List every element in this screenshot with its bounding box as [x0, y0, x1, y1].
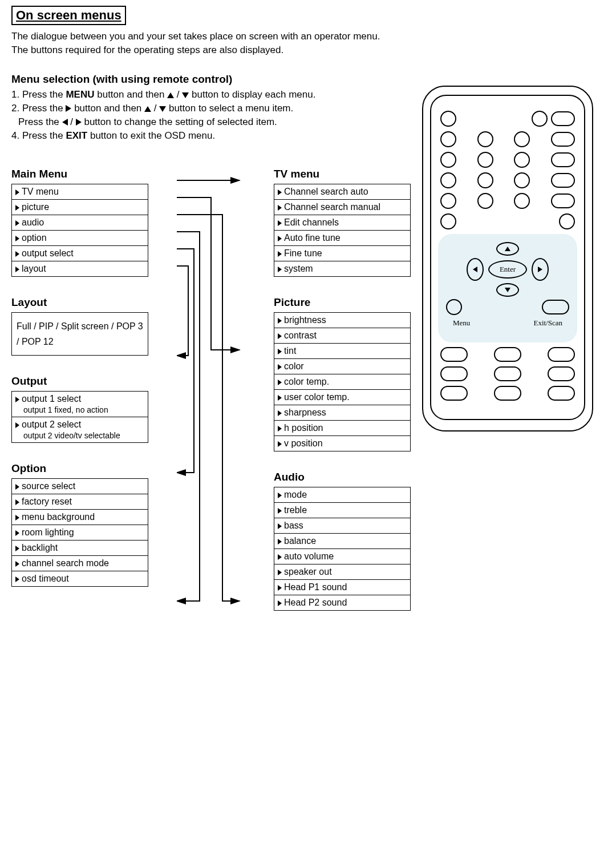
- option-item[interactable]: osd timeout: [12, 571, 148, 586]
- intro-text: The dialogue between you and your set ta…: [11, 31, 605, 56]
- remote-button[interactable]: [551, 193, 575, 208]
- audio-item[interactable]: mode: [274, 487, 410, 502]
- remote-illustration: Enter Menu Exit/Scan: [422, 86, 593, 431]
- audio-item[interactable]: balance: [274, 533, 410, 548]
- bullet-icon: [278, 539, 282, 545]
- option-item[interactable]: source select: [12, 479, 148, 494]
- intro-line: The dialogue between you and your set ta…: [11, 31, 605, 42]
- right-arrow-icon: [538, 267, 542, 272]
- remote-button[interactable]: [494, 386, 521, 401]
- up-arrow-icon: [167, 92, 174, 98]
- tv-item[interactable]: system: [274, 261, 410, 276]
- remote-right-button[interactable]: [532, 258, 549, 281]
- picture-item[interactable]: user color temp.: [274, 389, 410, 405]
- remote-button[interactable]: [477, 131, 493, 147]
- remote-menu-label: Menu: [453, 318, 470, 328]
- remote-button[interactable]: [477, 193, 493, 209]
- menu-item-tv[interactable]: TV menu: [12, 184, 148, 199]
- remote-exit-button[interactable]: [542, 300, 569, 314]
- remote-button[interactable]: [548, 366, 575, 381]
- menu-item-option[interactable]: option: [12, 230, 148, 245]
- remote-button[interactable]: [440, 152, 456, 168]
- remote-button[interactable]: [551, 173, 575, 188]
- remote-button[interactable]: [440, 193, 456, 209]
- remote-button[interactable]: [440, 131, 456, 147]
- audio-item[interactable]: Head P1 sound: [274, 579, 410, 595]
- remote-button[interactable]: [514, 152, 530, 168]
- remote-button[interactable]: [548, 386, 575, 401]
- remote-button[interactable]: [477, 152, 493, 168]
- picture-item[interactable]: contrast: [274, 328, 410, 343]
- remote-left-button[interactable]: [467, 258, 484, 281]
- tv-item[interactable]: Edit channels: [274, 215, 410, 230]
- bullet-icon: [15, 397, 19, 402]
- bullet-icon: [278, 508, 282, 514]
- picture-item[interactable]: tint: [274, 343, 410, 358]
- bullet-icon: [278, 395, 282, 401]
- picture-item[interactable]: brightness: [274, 313, 410, 328]
- tv-item[interactable]: Channel search auto: [274, 184, 410, 199]
- remote-down-button[interactable]: [496, 283, 519, 297]
- remote-button[interactable]: [440, 111, 456, 127]
- remote-button[interactable]: [477, 172, 493, 188]
- bullet-icon: [278, 236, 282, 241]
- option-item[interactable]: factory reset: [12, 494, 148, 509]
- bullet-icon: [278, 426, 282, 431]
- remote-button[interactable]: [440, 172, 456, 188]
- remote-button[interactable]: [514, 172, 530, 188]
- remote-button[interactable]: [440, 213, 456, 229]
- audio-item[interactable]: treble: [274, 502, 410, 518]
- down-arrow-icon: [505, 288, 510, 292]
- option-item[interactable]: channel search mode: [12, 555, 148, 571]
- right-arrow-icon: [76, 119, 82, 126]
- bullet-icon: [15, 189, 19, 195]
- output-2-select[interactable]: output 2 select output 2 video/tv select…: [12, 417, 148, 442]
- audio-item[interactable]: speaker out: [274, 564, 410, 579]
- remote-button[interactable]: [440, 366, 468, 381]
- bullet-icon: [15, 205, 19, 211]
- bullet-icon: [15, 499, 19, 505]
- remote-button[interactable]: [548, 347, 575, 362]
- remote-button[interactable]: [559, 213, 575, 229]
- remote-button[interactable]: [440, 347, 468, 362]
- option-item[interactable]: backlight: [12, 540, 148, 555]
- down-arrow-icon: [159, 106, 166, 112]
- tv-item[interactable]: Channel search manual: [274, 199, 410, 215]
- section-heading: Menu selection (with using remote contro…: [11, 73, 605, 86]
- picture-item[interactable]: color temp.: [274, 374, 410, 389]
- remote-button[interactable]: [440, 386, 468, 401]
- remote-button[interactable]: [532, 111, 548, 127]
- audio-title: Audio: [274, 471, 411, 483]
- remote-enter-button[interactable]: Enter: [488, 260, 527, 279]
- bullet-icon: [278, 570, 282, 575]
- remote-button[interactable]: [494, 366, 521, 381]
- output-box: output 1 select output 1 fixed, no actio…: [11, 391, 148, 443]
- output-1-select[interactable]: output 1 select output 1 fixed, no actio…: [12, 392, 148, 417]
- remote-button[interactable]: [551, 152, 575, 167]
- audio-item[interactable]: bass: [274, 518, 410, 533]
- menu-item-layout[interactable]: layout: [12, 261, 148, 276]
- picture-item[interactable]: sharpness: [274, 405, 410, 420]
- remote-button[interactable]: [551, 132, 575, 147]
- menu-item-output[interactable]: output select: [12, 245, 148, 261]
- bullet-icon: [278, 251, 282, 257]
- option-item[interactable]: menu background: [12, 509, 148, 525]
- remote-button[interactable]: [494, 347, 521, 362]
- picture-item[interactable]: h position: [274, 420, 410, 435]
- down-arrow-icon: [182, 92, 189, 98]
- option-item[interactable]: room lighting: [12, 525, 148, 540]
- picture-item[interactable]: color: [274, 358, 410, 374]
- remote-button[interactable]: [551, 111, 575, 126]
- connector-area: [177, 164, 245, 611]
- tv-item[interactable]: Auto fine tune: [274, 230, 410, 245]
- remote-button[interactable]: [514, 193, 530, 209]
- tv-item[interactable]: Fine tune: [274, 245, 410, 261]
- audio-item[interactable]: Head P2 sound: [274, 595, 410, 610]
- remote-up-button[interactable]: [496, 242, 519, 256]
- remote-button[interactable]: [514, 131, 530, 147]
- audio-item[interactable]: auto volume: [274, 548, 410, 564]
- picture-item[interactable]: v position: [274, 435, 410, 451]
- menu-item-audio[interactable]: audio: [12, 215, 148, 230]
- menu-item-picture[interactable]: picture: [12, 199, 148, 215]
- remote-menu-button[interactable]: [446, 299, 462, 315]
